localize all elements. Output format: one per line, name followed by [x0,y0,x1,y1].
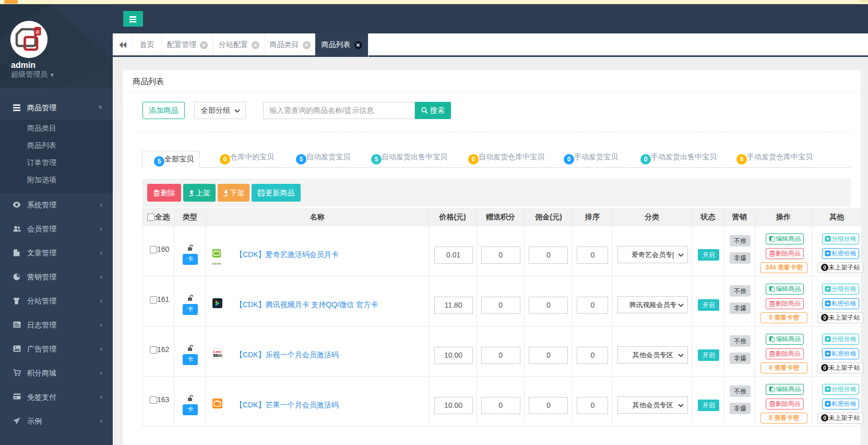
svg-text:鼎: 鼎 [35,30,40,34]
svg-text:0: 0 [823,314,826,320]
svg-text:乐视网: 乐视网 [214,354,222,357]
svg-text:Letv: Letv [213,350,221,354]
svg-text:0: 0 [823,264,826,270]
svg-text:0: 0 [823,365,826,370]
svg-text:0: 0 [823,415,826,420]
